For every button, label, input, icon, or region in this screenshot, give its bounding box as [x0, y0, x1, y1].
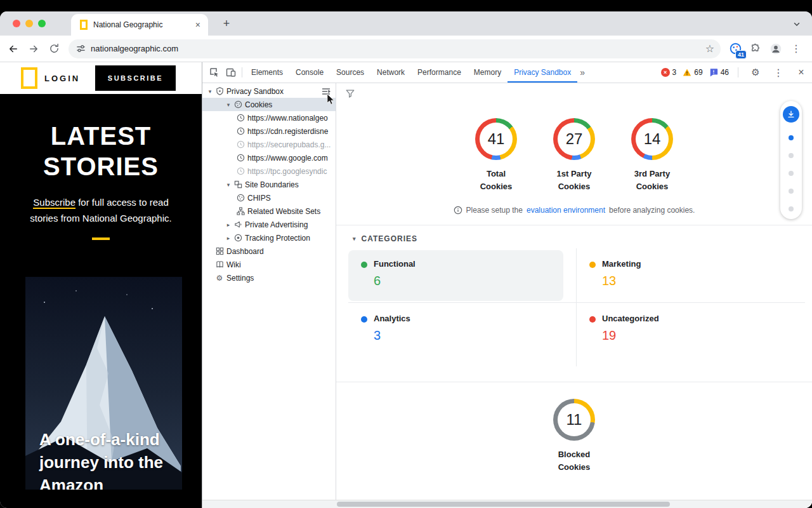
warnings-badge[interactable]: 69 [683, 68, 702, 77]
privacy-sandbox-sidebar: ▾ Privacy Sandbox ▾ [202, 83, 336, 508]
sidebar-item-tracking-protection[interactable]: ▸ Tracking Protection [202, 231, 336, 244]
sidebar-item-url-google[interactable]: https://www.google.com [202, 151, 336, 164]
tab-privacy-sandbox[interactable]: Privacy Sandbox [508, 62, 577, 83]
categories-header[interactable]: ▾ CATEGORIES [336, 225, 812, 248]
devtools-menu-kebab-icon[interactable]: ⋮ [770, 64, 787, 81]
clock-icon [235, 166, 246, 177]
category-card-uncategorized[interactable]: Uncategorized 19 [577, 305, 792, 356]
nav-dot[interactable] [789, 135, 794, 140]
promo-text: Subscribe for full access to read storie… [0, 194, 202, 226]
address-bar[interactable]: nationalgeographic.com ☆ [69, 39, 721, 58]
third-party-cookies-label: 3rd Party Cookies [634, 168, 670, 193]
tab-console[interactable]: Console [289, 62, 330, 83]
analytics-dot-icon [361, 316, 367, 323]
nav-dot[interactable] [789, 189, 794, 194]
bookmark-star-icon[interactable]: ☆ [705, 43, 714, 55]
forward-button[interactable] [24, 39, 43, 58]
privacy-extension-button[interactable]: 41 [726, 39, 745, 58]
browser-window: National Geographic × + nationalgeograph… [0, 11, 812, 508]
tab-memory[interactable]: Memory [468, 62, 508, 83]
sidebar-item-url-securepubads[interactable]: https://securepubads.g... [202, 138, 336, 151]
devtools-toolbar: Elements Console Sources Network Perform… [202, 62, 812, 83]
category-card-marketing[interactable]: Marketing 13 [577, 250, 792, 301]
tab-search-chevron-icon[interactable] [789, 17, 804, 32]
sidebar-item-private-advertising[interactable]: ▸ Private Advertising [202, 218, 336, 231]
devtools-settings-gear-icon[interactable]: ⚙ [747, 64, 764, 81]
back-button[interactable] [4, 39, 23, 58]
nav-dot[interactable] [789, 171, 794, 176]
zoom-window-button[interactable] [38, 20, 46, 27]
sidebar-item-dashboard[interactable]: Dashboard [202, 244, 336, 258]
category-card-functional[interactable]: Functional 6 [348, 250, 563, 301]
site-info-icon[interactable] [76, 44, 86, 53]
extensions-puzzle-icon[interactable] [746, 39, 765, 58]
device-toolbar-icon[interactable] [223, 64, 239, 81]
sidebar-item-url-cdn-registerdisney[interactable]: https://cdn.registerdisne [202, 124, 336, 138]
nav-dot[interactable] [789, 206, 794, 211]
tab-network[interactable]: Network [370, 62, 411, 83]
download-report-button[interactable] [783, 106, 799, 123]
settings-gear-icon: ⚙ [214, 273, 225, 283]
sidebar-item-wiki[interactable]: Wiki [202, 258, 336, 271]
nav-dot[interactable] [789, 153, 794, 158]
url-text[interactable]: nationalgeographic.com [91, 44, 700, 53]
extension-badge: 41 [735, 50, 747, 59]
filter-funnel-icon[interactable] [345, 88, 355, 98]
caret-open-icon[interactable]: ▾ [206, 88, 214, 95]
devtools-close-icon[interactable]: × [793, 64, 809, 81]
issues-badge[interactable]: 46 [709, 68, 729, 77]
caret-open-icon[interactable]: ▾ [224, 102, 233, 108]
sidebar-item-cookies[interactable]: ▾ Cookies [202, 98, 336, 111]
categories-collapse-icon[interactable]: ▾ [353, 236, 357, 242]
subscribe-button[interactable]: SUBSCRIBE [95, 65, 176, 91]
first-party-cookies-summary: 27 1st Party Cookies [539, 118, 609, 193]
tab-title: National Geographic [93, 20, 188, 29]
sidebar-item-url-googlesyndication[interactable]: https://tpc.googlesyndic [202, 164, 336, 178]
browser-tab[interactable]: National Geographic × [71, 14, 208, 36]
devtools-body: ▾ Privacy Sandbox ▾ [202, 83, 812, 508]
tab-close-icon[interactable]: × [194, 20, 202, 29]
category-card-analytics[interactable]: Analytics 3 [348, 305, 563, 356]
setup-info-row: Please setup the evaluation environment … [336, 206, 812, 215]
caret-closed-icon[interactable]: ▸ [224, 235, 233, 241]
natgeo-favicon-icon [80, 20, 88, 30]
more-tabs-icon[interactable]: » [577, 67, 587, 77]
natgeo-page: LOGIN SUBSCRIBE LATEST STORIES Subscribe… [0, 62, 202, 508]
new-tab-button[interactable]: + [218, 16, 235, 32]
caret-closed-icon[interactable]: ▸ [224, 222, 233, 228]
uncategorized-dot-icon [589, 316, 596, 323]
subscribe-text-link[interactable]: Subscribe [33, 197, 75, 209]
caret-open-icon[interactable]: ▾ [224, 182, 233, 188]
reload-button[interactable] [44, 39, 63, 58]
inspect-element-icon[interactable] [206, 64, 223, 81]
close-window-button[interactable] [13, 20, 20, 27]
sidebar-item-privacy-sandbox[interactable]: ▾ Privacy Sandbox [202, 84, 336, 98]
tab-elements[interactable]: Elements [245, 62, 289, 83]
hero-story-card[interactable]: A one-of-a-kind journey into the Amazon [25, 277, 182, 490]
first-party-cookies-donut: 27 [553, 118, 595, 160]
sidebar-item-url-nationalgeographic[interactable]: https://www.nationalgeo [202, 111, 336, 124]
tab-strip: National Geographic × + [0, 11, 812, 36]
errors-badge[interactable]: × 3 [661, 68, 677, 77]
sidebar-item-site-boundaries[interactable]: ▾ Site Boundaries [202, 178, 336, 191]
sidebar-item-settings[interactable]: ⚙ Settings [202, 271, 336, 284]
privacy-sandbox-panel: 41 Total Cookies 27 [336, 83, 812, 508]
clock-icon [235, 140, 246, 150]
blocked-cookies-label: Blocked Cookies [558, 448, 591, 474]
natgeo-logo-icon[interactable] [21, 67, 37, 89]
login-link[interactable]: LOGIN [44, 74, 80, 83]
sidebar-item-related-website-sets[interactable]: Related Website Sets [202, 204, 336, 218]
marketing-dot-icon [589, 262, 596, 268]
evaluation-environment-link[interactable]: evaluation environment [527, 206, 605, 215]
minimize-window-button[interactable] [25, 20, 33, 27]
panel-quick-nav [780, 101, 802, 219]
tab-sources[interactable]: Sources [330, 62, 370, 83]
sidebar-item-chips[interactable]: CHIPS [202, 191, 336, 204]
tab-performance[interactable]: Performance [411, 62, 468, 83]
profile-avatar[interactable] [766, 39, 785, 58]
browser-menu-kebab-icon[interactable]: ⋮ [787, 39, 806, 58]
scrollbar-thumb[interactable] [337, 502, 670, 507]
blocked-cookies-donut: 11 [553, 399, 595, 441]
page-title: LATEST STORIES [0, 121, 202, 182]
total-cookies-donut: 41 [475, 118, 517, 160]
